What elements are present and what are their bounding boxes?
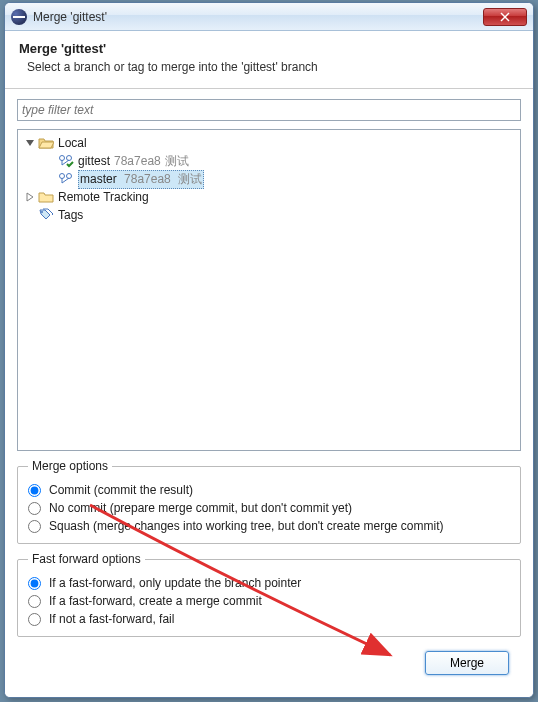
commit-hash: 78a7ea8 <box>124 172 171 186</box>
radio-no-ff[interactable] <box>28 595 41 608</box>
checked-out-branch-icon <box>58 154 74 168</box>
radio-commit[interactable] <box>28 484 41 497</box>
expand-collapse-icon[interactable] <box>24 137 36 149</box>
svg-point-7 <box>60 174 65 179</box>
dialog-window: Merge 'gittest' Merge 'gittest' Select a… <box>4 2 534 698</box>
page-subtitle: Select a branch or tag to merge into the… <box>27 60 519 74</box>
merge-options-legend: Merge options <box>28 459 112 473</box>
selected-branch-row: master 78a7ea8 测试 <box>78 170 204 189</box>
svg-point-4 <box>67 156 72 161</box>
radio-label-squash[interactable]: Squash (merge changes into working tree,… <box>49 519 443 533</box>
tree-node-remote-tracking[interactable]: Remote Tracking <box>22 188 516 206</box>
radio-ff-only[interactable] <box>28 613 41 626</box>
radio-label-commit[interactable]: Commit (commit the result) <box>49 483 193 497</box>
tree-spacer <box>44 155 56 167</box>
tree-label: Local <box>58 136 87 150</box>
commit-message: 测试 <box>178 172 202 186</box>
expand-collapse-icon[interactable] <box>24 191 36 203</box>
svg-point-3 <box>60 156 65 161</box>
eclipse-app-icon <box>11 9 27 25</box>
dialog-header: Merge 'gittest' Select a branch or tag t… <box>5 31 533 89</box>
titlebar[interactable]: Merge 'gittest' <box>5 3 533 31</box>
dialog-body: Local gittest 78a7ea8 测试 <box>5 89 533 697</box>
folder-icon <box>38 190 54 204</box>
svg-point-8 <box>67 174 72 179</box>
close-icon <box>500 12 510 22</box>
radio-ff[interactable] <box>28 577 41 590</box>
radio-row: If a fast-forward, only update the branc… <box>28 576 510 590</box>
tree-node-branch-gittest[interactable]: gittest 78a7ea8 测试 <box>22 152 516 170</box>
tree-label: Tags <box>58 208 83 222</box>
radio-no-commit[interactable] <box>28 502 41 515</box>
svg-marker-2 <box>26 140 34 146</box>
merge-options-group: Merge options Commit (commit the result)… <box>17 459 521 544</box>
tree-node-branch-master[interactable]: master 78a7ea8 测试 <box>22 170 516 188</box>
radio-row: No commit (prepare merge commit, but don… <box>28 501 510 515</box>
radio-row: If not a fast-forward, fail <box>28 612 510 626</box>
merge-button[interactable]: Merge <box>425 651 509 675</box>
ff-options-legend: Fast forward options <box>28 552 145 566</box>
fast-forward-options-group: Fast forward options If a fast-forward, … <box>17 552 521 637</box>
branch-name: gittest <box>78 154 110 168</box>
svg-point-12 <box>41 211 43 213</box>
radio-label-no-ff[interactable]: If a fast-forward, create a merge commit <box>49 594 262 608</box>
close-button[interactable] <box>483 8 527 26</box>
radio-row: Commit (commit the result) <box>28 483 510 497</box>
tree-node-local[interactable]: Local <box>22 134 516 152</box>
radio-row: Squash (merge changes into working tree,… <box>28 519 510 533</box>
radio-label-ff-only[interactable]: If not a fast-forward, fail <box>49 612 174 626</box>
page-title: Merge 'gittest' <box>19 41 519 56</box>
radio-label-ff[interactable]: If a fast-forward, only update the branc… <box>49 576 301 590</box>
tree-spacer <box>24 209 36 221</box>
tree-label: Remote Tracking <box>58 190 149 204</box>
branch-tree[interactable]: Local gittest 78a7ea8 测试 <box>17 129 521 451</box>
radio-label-no-commit[interactable]: No commit (prepare merge commit, but don… <box>49 501 352 515</box>
radio-row: If a fast-forward, create a merge commit <box>28 594 510 608</box>
branch-name: master <box>80 172 117 186</box>
window-title: Merge 'gittest' <box>33 10 483 24</box>
commit-hash: 78a7ea8 <box>114 154 161 168</box>
commit-message: 测试 <box>165 153 189 170</box>
folder-open-icon <box>38 136 54 150</box>
button-bar: Merge <box>17 645 521 687</box>
branch-icon <box>58 172 74 186</box>
tree-node-tags[interactable]: Tags <box>22 206 516 224</box>
filter-input[interactable] <box>17 99 521 121</box>
svg-marker-11 <box>27 193 33 201</box>
tree-spacer <box>44 173 56 185</box>
radio-squash[interactable] <box>28 520 41 533</box>
tags-icon <box>38 208 54 222</box>
